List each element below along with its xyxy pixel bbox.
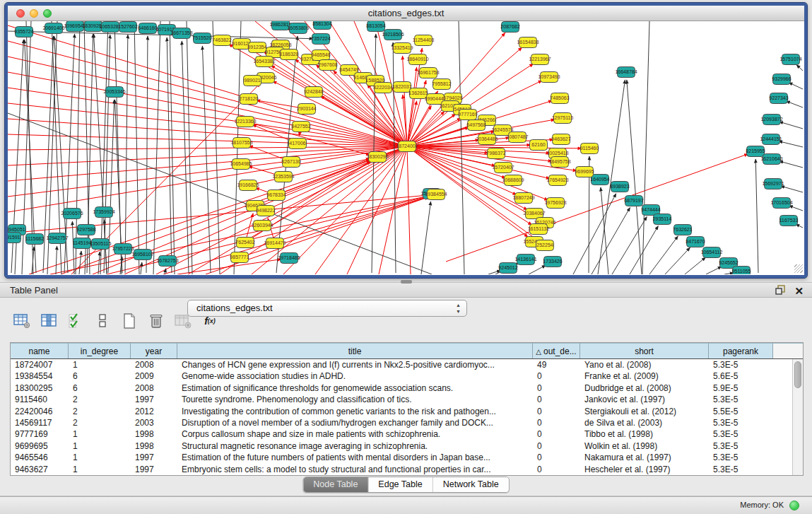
graph-node[interactable]: 1733426: [543, 257, 562, 267]
delete-columns-icon[interactable]: [147, 313, 165, 329]
graph-node[interactable]: 8471670: [686, 237, 705, 247]
graph-node[interactable]: 20691406: [42, 23, 64, 34]
graph-node[interactable]: 2935114: [653, 214, 672, 225]
graph-node[interactable]: 9227343: [769, 93, 788, 104]
graph-node[interactable]: 20053346: [103, 87, 125, 98]
scrollbar-thumb[interactable]: [794, 361, 801, 388]
tab-edge-table[interactable]: Edge Table: [368, 477, 433, 492]
table-row[interactable]: 946362711997Embryonic stem cells: a mode…: [11, 464, 803, 475]
column-header-name[interactable]: name: [11, 343, 69, 358]
graph-node[interactable]: 6879197: [624, 196, 643, 206]
graph-node[interactable]: 9678334: [266, 190, 286, 201]
graph-node[interactable]: 8813054: [366, 21, 385, 32]
graph-node[interactable]: 18300295: [366, 152, 388, 163]
column-header-in_degree[interactable]: in_degree: [69, 343, 131, 358]
graph-node[interactable]: 391591: [8, 233, 21, 243]
graph-node[interactable]: 20206576: [61, 209, 83, 219]
graph-node[interactable]: 9511055: [732, 267, 751, 275]
graph-node[interactable]: 16053809: [287, 23, 309, 34]
graph-node[interactable]: 7955812: [432, 79, 451, 90]
close-panel-icon[interactable]: ✕: [794, 286, 804, 297]
graph-node[interactable]: 17359924: [93, 207, 114, 218]
tab-node-table[interactable]: Node Table: [303, 477, 368, 492]
table-row[interactable]: 1830029562008Estimation of significance …: [11, 382, 803, 394]
table-settings-icon[interactable]: [13, 313, 31, 329]
graph-node[interactable]: 9465546: [311, 50, 330, 61]
graph-node[interactable]: 18495758: [548, 157, 570, 168]
graph-node[interactable]: 12093872: [760, 115, 782, 125]
graph-node[interactable]: 16958107: [131, 250, 153, 260]
graph-node[interactable]: 9245012: [498, 263, 517, 274]
graph-node[interactable]: 7625402: [235, 238, 254, 248]
column-header-pagerank[interactable]: pagerank: [709, 343, 773, 358]
graph-node[interactable]: 1145194: [73, 238, 92, 249]
graph-node[interactable]: 1115682: [25, 234, 44, 245]
graph-node[interactable]: 8222034: [373, 83, 392, 93]
graph-node[interactable]: 9777169: [458, 110, 477, 120]
table-row[interactable]: 977716911998Corpus callosum shape and si…: [11, 428, 803, 440]
graph-node[interactable]: 12213967: [529, 54, 551, 65]
table-selector-dropdown[interactable]: citations_edges.txt ▲▼: [187, 300, 467, 317]
graph-node[interactable]: 14136141: [514, 255, 536, 265]
graph-node[interactable]: 9115460: [580, 144, 599, 154]
graph-node[interactable]: 17957223: [112, 244, 134, 255]
create-column-icon[interactable]: [120, 313, 139, 329]
graph-node[interactable]: 12444151: [760, 134, 782, 145]
graph-node[interactable]: 19718485: [278, 253, 300, 264]
selection-mode-icon[interactable]: [66, 313, 85, 329]
graph-node[interactable]: 2967608: [318, 60, 337, 71]
graph-node[interactable]: 9857771: [230, 252, 249, 263]
graph-node[interactable]: 10654985: [230, 159, 252, 170]
graph-node[interactable]: 2718120: [239, 94, 258, 105]
graph-node[interactable]: 15720407: [492, 163, 514, 173]
graph-node[interactable]: 12353594: [272, 172, 294, 182]
graph-node[interactable]: 16782753: [156, 256, 178, 267]
graph-node[interactable]: 16210643: [760, 154, 782, 165]
graph-node[interactable]: 18640910: [406, 54, 428, 65]
graph-node[interactable]: 7485063: [550, 93, 569, 104]
graph-node[interactable]: 17016504: [770, 198, 792, 209]
graph-node[interactable]: 8186328: [279, 49, 298, 60]
graph-node[interactable]: 8215955: [746, 146, 765, 157]
graph-node[interactable]: 7986372: [486, 148, 505, 159]
network-window-titlebar[interactable]: citations_edges.txt: [8, 6, 804, 21]
graph-node[interactable]: 252254: [536, 240, 554, 251]
network-canvas[interactable]: 9355724206914061096954218309201106532871…: [8, 21, 804, 274]
graph-node[interactable]: 9329966: [772, 74, 791, 85]
resize-grip-icon[interactable]: [794, 264, 803, 273]
graph-node[interactable]: 16151132: [528, 224, 550, 235]
graph-node[interactable]: 13325419: [391, 43, 413, 54]
graph-node[interactable]: 13505115: [90, 239, 112, 250]
graph-node[interactable]: 7357224: [311, 34, 330, 45]
table-row[interactable]: 1872400712008Changes of HCN gene express…: [11, 359, 803, 370]
graph-node[interactable]: 18807249: [512, 193, 534, 204]
graph-node[interactable]: 11254408: [413, 35, 435, 46]
graph-node[interactable]: 16914479: [264, 238, 286, 249]
column-header-title[interactable]: title: [177, 343, 533, 358]
minimize-window-button[interactable]: [30, 9, 38, 18]
graph-node[interactable]: 10688609: [502, 175, 524, 186]
graph-node[interactable]: 2087682: [500, 22, 519, 33]
graph-node[interactable]: 9498222: [256, 206, 275, 216]
graph-node[interactable]: 9463627: [551, 134, 570, 145]
table-row[interactable]: 1456911722003Disruption of a novel membe…: [11, 417, 803, 428]
network-graph[interactable]: 9355724206914061096954218309201106532871…: [8, 21, 804, 274]
graph-node[interactable]: 19384554: [425, 189, 447, 200]
column-header-short[interactable]: short: [580, 343, 709, 358]
graph-node[interactable]: 19756928: [544, 198, 566, 209]
graph-node[interactable]: 2903144: [297, 104, 316, 115]
graph-node[interactable]: 8938923: [610, 182, 629, 192]
graph-node[interactable]: 18107553: [230, 138, 252, 148]
graph-node[interactable]: 1167533: [779, 216, 799, 226]
graph-node[interactable]: 16543382: [253, 57, 275, 67]
graph-node[interactable]: 18724007: [396, 141, 418, 152]
graph-node[interactable]: 7515520: [192, 33, 211, 44]
graph-node[interactable]: 16671358: [170, 28, 192, 39]
column-header-year[interactable]: year: [131, 343, 177, 358]
graph-node[interactable]: 20364486: [476, 134, 498, 145]
graph-node[interactable]: 19166825: [237, 180, 259, 191]
row-height-icon[interactable]: [93, 313, 112, 329]
graph-node[interactable]: 62160: [530, 140, 548, 151]
graph-node[interactable]: 15751074: [779, 54, 801, 65]
zoom-window-button[interactable]: [43, 9, 52, 18]
